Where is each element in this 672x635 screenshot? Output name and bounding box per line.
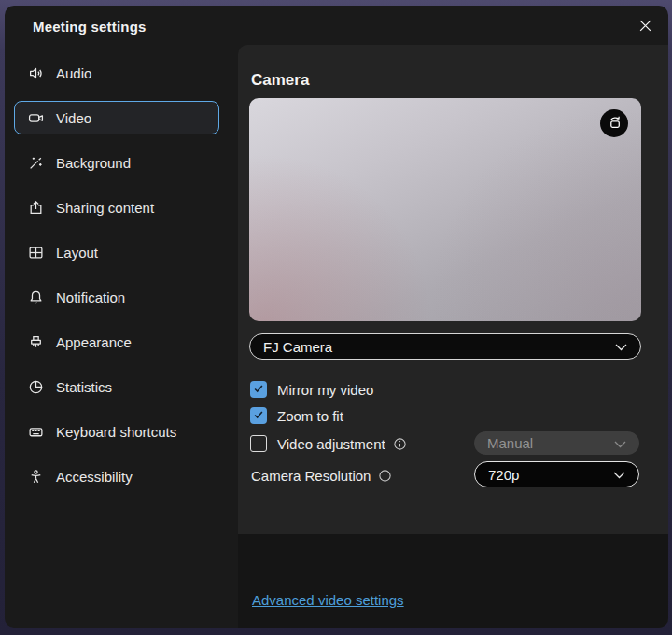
layout-grid-icon xyxy=(28,245,44,261)
paintbrush-icon xyxy=(28,334,44,350)
video-adjustment-label: Video adjustment xyxy=(277,436,385,452)
video-adjustment-mode-select: Manual xyxy=(474,431,639,455)
video-adjustment-mode-value: Manual xyxy=(487,435,533,451)
camera-resolution-value: 720p xyxy=(488,467,519,483)
chevron-down-icon xyxy=(615,338,627,355)
sidebar-item-statistics[interactable]: Statistics xyxy=(14,370,219,403)
camera-resolution-select[interactable]: 720p xyxy=(474,461,639,487)
flip-camera-button[interactable] xyxy=(600,109,628,137)
share-upload-icon xyxy=(28,200,44,216)
pie-chart-icon xyxy=(28,379,44,395)
camera-select-value: FJ Camera xyxy=(263,339,332,355)
sidebar-item-label: Notification xyxy=(56,289,125,305)
info-icon[interactable] xyxy=(378,469,392,483)
bell-icon xyxy=(28,289,44,305)
zoom-to-fit-row: Zoom to fit xyxy=(250,406,343,425)
sidebar-item-appearance[interactable]: Appearance xyxy=(14,325,219,359)
close-button[interactable] xyxy=(633,15,657,39)
panel-footer xyxy=(238,534,668,628)
sidebar-item-sharing-content[interactable]: Sharing content xyxy=(14,190,219,224)
titlebar: Meeting settings xyxy=(5,6,668,50)
sidebar-item-audio[interactable]: Audio xyxy=(14,56,219,90)
camera-resolution-row: Camera Resolution xyxy=(251,466,392,485)
sidebar-item-label: Statistics xyxy=(56,379,112,395)
video-settings-panel: Camera FJ Camera Mirror my video xyxy=(238,45,668,628)
sidebar-item-label: Keyboard shortcuts xyxy=(56,424,176,440)
settings-sidebar: Audio Video Background Sharing content L xyxy=(5,50,238,628)
camera-select[interactable]: FJ Camera xyxy=(249,333,641,360)
flip-camera-icon xyxy=(607,114,623,133)
sidebar-item-label: Appearance xyxy=(56,334,132,350)
advanced-video-settings-link[interactable]: Advanced video settings xyxy=(252,592,404,608)
zoom-to-fit-label: Zoom to fit xyxy=(277,408,343,424)
chevron-down-icon xyxy=(613,466,625,483)
dialog-title: Meeting settings xyxy=(33,19,147,35)
mirror-my-video-row: Mirror my video xyxy=(250,380,373,399)
accessibility-icon xyxy=(28,469,44,485)
sidebar-item-label: Background xyxy=(56,155,131,171)
video-adjustment-checkbox[interactable] xyxy=(250,435,267,452)
video-adjustment-row: Video adjustment xyxy=(250,434,407,453)
sidebar-item-notification[interactable]: Notification xyxy=(14,280,219,314)
camera-resolution-label: Camera Resolution xyxy=(251,468,371,484)
keyboard-icon xyxy=(28,424,44,440)
video-camera-icon xyxy=(28,110,44,126)
checkmark-icon xyxy=(253,381,264,398)
sidebar-item-layout[interactable]: Layout xyxy=(14,235,219,269)
sidebar-item-accessibility[interactable]: Accessibility xyxy=(14,459,219,493)
sidebar-item-label: Video xyxy=(56,110,91,126)
sidebar-item-video[interactable]: Video xyxy=(14,101,219,134)
sidebar-item-keyboard-shortcuts[interactable]: Keyboard shortcuts xyxy=(14,415,219,448)
mirror-my-video-label: Mirror my video xyxy=(277,382,373,398)
mirror-my-video-checkbox[interactable] xyxy=(250,381,267,398)
chevron-down-icon xyxy=(614,435,626,452)
sidebar-item-label: Audio xyxy=(56,65,91,81)
camera-preview xyxy=(249,98,641,321)
panel-heading: Camera xyxy=(251,71,309,90)
meeting-settings-dialog: Meeting settings Audio Video Background xyxy=(5,6,668,628)
sidebar-item-background[interactable]: Background xyxy=(14,146,219,179)
checkmark-icon xyxy=(253,407,264,424)
close-icon xyxy=(638,19,652,35)
info-icon[interactable] xyxy=(393,437,407,451)
sidebar-item-label: Sharing content xyxy=(56,200,154,216)
speaker-icon xyxy=(28,65,44,81)
sidebar-item-label: Layout xyxy=(56,245,98,261)
sidebar-item-label: Accessibility xyxy=(56,469,133,485)
magic-wand-icon xyxy=(28,155,44,171)
zoom-to-fit-checkbox[interactable] xyxy=(250,407,267,424)
